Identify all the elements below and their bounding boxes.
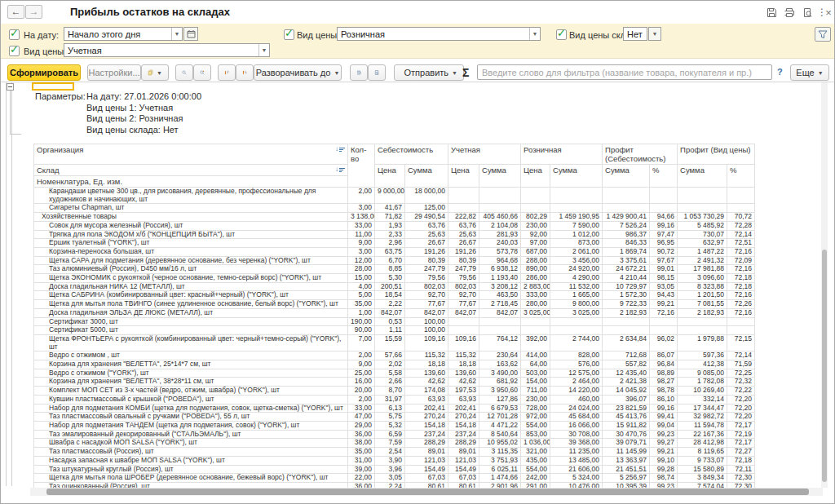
- cell-cost-price[interactable]: 57,66: [375, 351, 405, 360]
- cell-profit-price-sum[interactable]: 2 491,32: [678, 256, 727, 265]
- cell-qty[interactable]: 12,00: [348, 256, 375, 265]
- cell-uchet-price[interactable]: 802,03: [448, 282, 479, 291]
- header-price[interactable]: Цена: [521, 165, 550, 188]
- cell-profit-cost-pct[interactable]: 98,78: [650, 387, 678, 396]
- cell-cost-sum[interactable]: 121,03: [405, 456, 448, 465]
- cell-roznich-sum[interactable]: 16 066,00: [550, 421, 603, 430]
- cell-roznich-price[interactable]: 554,00: [521, 465, 550, 474]
- table-row[interactable]: Корзина для хранения "ВЕЛЕТТА", 25*14*7 …: [34, 360, 755, 369]
- item-name-cell[interactable]: Карандаши цветные 300 цв., для рисования…: [34, 188, 348, 204]
- table-row[interactable]: Таз алюминиевый (Россия), D450 мм/16 л, …: [34, 265, 755, 274]
- cell-uchet-sum[interactable]: 681,92: [479, 378, 521, 387]
- cell-profit-price-sum[interactable]: 32 982,72: [678, 413, 727, 422]
- cell-profit-cost-pct[interactable]: [650, 188, 678, 204]
- cell-profit-cost-sum[interactable]: 1 429 900,41: [603, 213, 650, 222]
- cell-uchet-price[interactable]: 92,70: [448, 291, 479, 300]
- cell-cost-sum[interactable]: 288,29: [405, 439, 448, 448]
- cell-uchet-sum[interactable]: 1 474,66: [479, 474, 521, 483]
- cell-profit-price-sum[interactable]: [678, 204, 727, 213]
- table-row[interactable]: Ведро с отжимом , шт 2,00 57,66 115,32 1…: [34, 351, 755, 360]
- cell-cost-sum[interactable]: 18 000,00: [405, 188, 448, 204]
- cell-profit-price-pct[interactable]: 72,32: [727, 378, 755, 387]
- cell-profit-cost-pct[interactable]: 96,84: [650, 360, 678, 369]
- cell-cost-price[interactable]: 3,96: [375, 465, 405, 474]
- cell-profit-cost-pct[interactable]: 94,66: [650, 213, 678, 222]
- cell-profit-cost-pct[interactable]: 86,10: [650, 395, 678, 404]
- cell-profit-cost-pct[interactable]: 99,21: [650, 300, 678, 309]
- cell-cost-sum[interactable]: 29 490,54: [405, 213, 448, 222]
- cell-profit-cost-sum[interactable]: 14 045,92: [603, 387, 650, 396]
- cell-roznich-sum[interactable]: 10 476,00: [550, 482, 603, 488]
- cell-cost-price[interactable]: 5,32: [375, 421, 405, 430]
- cell-uchet-sum[interactable]: 405 460,66: [479, 213, 521, 222]
- cell-uchet-sum[interactable]: 6 938,12: [479, 265, 521, 274]
- cell-cost-price[interactable]: 5,58: [375, 369, 405, 378]
- toolbar-preview-button[interactable]: [368, 64, 386, 81]
- cell-cost-sum[interactable]: 77,67: [405, 300, 448, 309]
- filter-settings-button[interactable]: [815, 27, 831, 42]
- cell-uchet-price[interactable]: 63,76: [448, 221, 479, 230]
- item-name-cell[interactable]: Доска гладильная НИКА 12 (МЕТАЛЛ), шт: [34, 282, 348, 291]
- cell-roznich-sum[interactable]: 576,00: [550, 360, 603, 369]
- cell-profit-cost-sum[interactable]: 2 182,93: [603, 308, 650, 317]
- cell-uchet-price[interactable]: 42,62: [448, 378, 479, 387]
- cell-qty[interactable]: 2,00: [348, 395, 375, 404]
- cell-profit-cost-pct[interactable]: 94,43: [650, 291, 678, 300]
- cell-profit-cost-pct[interactable]: 96,95: [650, 239, 678, 248]
- table-row[interactable]: Корзина для хранения "ВЕЛЕТТА", 38*28*11…: [34, 378, 755, 387]
- cell-profit-price-pct[interactable]: [727, 188, 755, 204]
- table-row[interactable]: Таз оцинкованный (Россия), шт 36,00 2,24…: [34, 482, 755, 488]
- cell-profit-cost-pct[interactable]: [650, 204, 678, 213]
- cell-uchet-sum[interactable]: 8 540,64: [479, 430, 521, 439]
- cell-profit-price-sum[interactable]: 730,07: [678, 230, 727, 239]
- cell-profit-price-sum[interactable]: 7 574,04: [678, 482, 727, 488]
- cell-profit-price-sum[interactable]: 632,97: [678, 239, 727, 248]
- cell-profit-cost-sum[interactable]: 846,33: [603, 239, 650, 248]
- cell-roznich-price[interactable]: 3 025,00: [521, 308, 550, 317]
- vid-ceny-sklada-field[interactable]: Нет: [623, 27, 647, 41]
- cell-profit-price-pct[interactable]: 72,22: [727, 387, 755, 396]
- cell-profit-cost-sum[interactable]: 10 395,39: [603, 482, 650, 488]
- header-sum[interactable]: Сумма: [550, 165, 603, 188]
- cell-roznich-sum[interactable]: 2 744,00: [550, 334, 603, 351]
- cell-profit-cost-sum[interactable]: [603, 188, 650, 204]
- cell-cost-sum[interactable]: 63,76: [405, 221, 448, 230]
- cell-profit-price-pct[interactable]: 72,14: [727, 351, 755, 360]
- cell-profit-cost-pct[interactable]: 98,27: [650, 378, 678, 387]
- cell-profit-cost-sum[interactable]: 13 363,97: [603, 456, 650, 465]
- vertical-scrollbar-thumb[interactable]: [822, 250, 827, 482]
- item-name-cell[interactable]: Доска гладильная ЭЛЬЗА ДЕ ЛЮКС (МЕТАЛЛ),…: [34, 308, 348, 317]
- cell-roznich-sum[interactable]: 11 235,00: [550, 448, 603, 457]
- cell-profit-price-sum[interactable]: [678, 317, 727, 326]
- cell-roznich-sum[interactable]: 4 290,00: [550, 274, 603, 283]
- cell-profit-price-sum[interactable]: 7 081,55: [678, 300, 727, 309]
- chevron-down-icon[interactable]: ▼: [171, 28, 182, 40]
- cell-qty[interactable]: 33,00: [348, 404, 375, 413]
- cell-roznich-price[interactable]: 853,00: [521, 430, 550, 439]
- cell-uchet-sum[interactable]: 3 490,00: [479, 369, 521, 378]
- table-row[interactable]: Комплект МОП СЕТ из 3-х частей (ведро, о…: [34, 387, 755, 396]
- cell-cost-price[interactable]: 2,24: [375, 482, 405, 488]
- cell-profit-price-pct[interactable]: 72,09: [727, 256, 755, 265]
- cell-profit-price-pct[interactable]: [727, 204, 755, 213]
- search-next-button[interactable]: [193, 64, 211, 81]
- cell-profit-price-pct[interactable]: [727, 326, 755, 335]
- item-name-cell[interactable]: Кувшин пластмассовый с крышкой ("POBEDA"…: [34, 395, 348, 404]
- cell-uchet-sum[interactable]: 842,07: [479, 308, 521, 317]
- cell-profit-cost-sum[interactable]: 5 256,97: [603, 474, 650, 483]
- cell-profit-cost-sum[interactable]: 7 526,24: [603, 221, 650, 230]
- horizontal-scrollbar-thumb[interactable]: [46, 489, 809, 495]
- cell-cost-price[interactable]: 2,33: [375, 230, 405, 239]
- chevron-down-icon[interactable]: ▼: [258, 44, 269, 56]
- cell-uchet-sum[interactable]: 463,50: [479, 291, 521, 300]
- cell-profit-price-sum[interactable]: 3 849,34: [678, 474, 727, 483]
- cell-roznich-sum[interactable]: 45 684,00: [550, 413, 603, 422]
- cell-roznich-price[interactable]: 321,00: [521, 448, 550, 457]
- cell-roznich-price[interactable]: [521, 326, 550, 335]
- cell-roznich-sum[interactable]: 2 061,00: [550, 247, 603, 256]
- cell-uchet-price[interactable]: 237,24: [448, 430, 479, 439]
- item-name-cell[interactable]: Корзина-переноска большая, шт: [34, 247, 348, 256]
- cell-profit-cost-pct[interactable]: 98,89: [650, 369, 678, 378]
- cell-profit-cost-pct[interactable]: 99,10: [650, 456, 678, 465]
- cell-profit-price-sum[interactable]: 22 167,36: [678, 430, 727, 439]
